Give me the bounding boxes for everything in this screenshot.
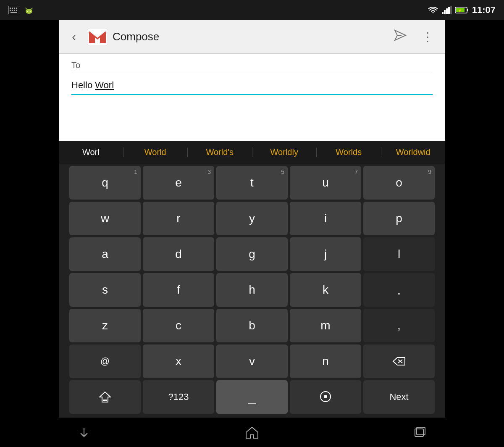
key-d[interactable]: d [143,237,214,271]
home-nav-button[interactable] [239,424,265,441]
phone-frame: ⚡ 11:07 ‹ Compose ⋮ [0,0,504,447]
symbols-key[interactable]: ?123 [143,380,214,414]
shift-key[interactable] [69,380,141,414]
key-e[interactable]: e3 [143,166,214,200]
backspace-key[interactable] [363,344,435,378]
svg-text:⚡: ⚡ [458,8,462,13]
body-text-worl: Worl [95,80,114,90]
svg-rect-30 [103,400,107,401]
wifi-icon [428,6,438,14]
key-m[interactable]: m [290,309,361,342]
key-c[interactable]: c [143,309,214,342]
svg-rect-21 [467,9,468,11]
suggestion-worlds2[interactable]: Worlds [317,147,381,157]
space-key[interactable]: _ [216,380,288,414]
suggestion-world[interactable]: World [123,147,188,157]
body-field[interactable]: Hello Worl [71,73,433,92]
key-rows: q1 e3 t5 u7 o9 w r y i p a d [59,164,445,418]
action-bar-title: Compose [113,30,384,43]
status-bar-left [8,5,34,15]
key-row-3: a d g j l [60,237,444,271]
key-f[interactable]: f [143,273,214,307]
android-icon [24,5,34,15]
svg-rect-19 [450,6,452,14]
key-h[interactable]: h [216,273,288,307]
svg-rect-16 [444,10,446,14]
key-o[interactable]: o9 [363,166,435,200]
svg-rect-17 [446,8,448,14]
to-field[interactable]: To [71,58,433,73]
svg-rect-5 [10,10,11,11]
action-bar: ‹ Compose ⋮ [59,20,445,54]
svg-point-11 [27,11,28,12]
svg-point-32 [324,395,327,398]
key-n[interactable]: n [290,344,361,378]
key-w[interactable]: w [69,202,141,235]
key-r[interactable]: r [143,202,214,235]
status-bar: ⚡ 11:07 [0,0,504,20]
key-y[interactable]: y [216,202,288,235]
keyboard-icon [8,6,20,14]
recents-nav-button[interactable] [407,424,433,441]
next-key[interactable]: Next [363,380,435,414]
key-at[interactable]: @ [69,344,141,378]
bottom-nav [0,418,504,447]
svg-rect-1 [10,8,11,9]
svg-point-10 [26,9,32,14]
send-button[interactable] [389,26,412,47]
svg-rect-8 [16,10,17,11]
key-row-2: w r y i p [60,202,444,235]
key-a[interactable]: a [69,237,141,271]
key-k[interactable]: k [290,273,361,307]
suggestions-row: Worl World World's Worldly Worlds Worldw… [59,141,445,164]
body-cursor-line [71,94,433,95]
svg-rect-7 [14,10,15,11]
key-row-4: s f h k . [60,273,444,307]
key-z[interactable]: z [69,309,141,342]
key-row-5: z c b m , [60,309,444,342]
key-row-1: q1 e3 t5 u7 o9 [60,166,444,200]
key-l[interactable]: l [363,237,435,271]
key-u[interactable]: u7 [290,166,361,200]
compose-area: To Hello Worl [59,54,445,99]
key-row-bottom: ?123 _ Next [60,380,444,414]
key-p[interactable]: p [363,202,435,235]
suggestion-worldly[interactable]: Worldly [252,147,317,157]
key-x[interactable]: x [143,344,214,378]
key-comma[interactable]: , [363,309,435,342]
key-j[interactable]: j [290,237,361,271]
overflow-menu-button[interactable]: ⋮ [417,26,438,47]
to-label: To [71,60,80,70]
svg-point-12 [30,11,31,12]
key-i[interactable]: i [290,202,361,235]
key-s[interactable]: s [69,273,141,307]
key-g[interactable]: g [216,237,288,271]
key-t[interactable]: t5 [216,166,288,200]
gmail-logo [87,29,108,45]
key-q[interactable]: q1 [69,166,141,200]
key-row-6: @ x v n [60,344,444,378]
keyboard: Worl World World's Worldly Worlds Worldw… [59,141,445,418]
key-b[interactable]: b [216,309,288,342]
svg-line-13 [26,8,27,9]
svg-line-14 [31,8,32,9]
suggestion-worldwide[interactable]: Worldwid [381,147,446,157]
back-nav-button[interactable] [71,424,97,441]
svg-rect-6 [12,10,13,11]
suggestion-worlds[interactable]: World's [188,147,252,157]
mic-key[interactable] [290,380,361,414]
svg-rect-4 [16,8,17,9]
battery-icon: ⚡ [455,6,469,14]
status-time: 11:07 [472,5,496,16]
svg-rect-3 [14,8,15,9]
svg-rect-9 [10,12,17,13]
back-button[interactable]: ‹ [66,30,82,44]
svg-rect-2 [12,8,13,9]
app-area: ‹ Compose ⋮ To Hello Worl [59,20,445,418]
signal-icon [442,6,452,14]
key-v[interactable]: v [216,344,288,378]
svg-rect-15 [442,12,444,14]
suggestion-worl[interactable]: Worl [59,147,123,157]
svg-rect-18 [448,7,450,14]
key-period[interactable]: . [363,273,435,307]
